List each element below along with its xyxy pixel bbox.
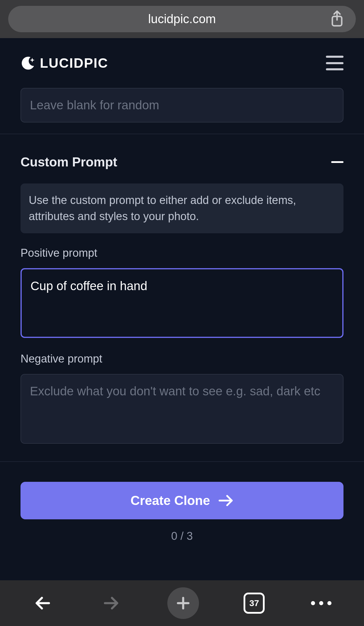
new-tab-button[interactable]: [167, 587, 199, 619]
create-clone-button[interactable]: Create Clone: [21, 482, 343, 519]
back-button[interactable]: [31, 591, 55, 615]
forward-button[interactable]: [99, 591, 123, 615]
generation-counter: 0 / 3: [21, 530, 343, 542]
hamburger-menu-button[interactable]: [326, 56, 343, 70]
positive-prompt-label: Positive prompt: [21, 247, 343, 259]
moon-icon: [21, 55, 36, 71]
menu-icon-bar: [326, 56, 343, 58]
content-area: Custom Prompt Use the custom prompt to e…: [0, 88, 364, 542]
help-text: Use the custom prompt to either add or e…: [21, 183, 343, 233]
url-text: lucidpic.com: [148, 12, 216, 26]
divider: [0, 461, 364, 462]
random-input[interactable]: [21, 88, 343, 123]
share-button[interactable]: [330, 11, 344, 27]
menu-icon-bar: [326, 68, 343, 70]
negative-prompt-input[interactable]: [21, 374, 343, 444]
brand-name: LUCIDPIC: [40, 55, 108, 71]
app-header: LUCIDPIC: [0, 38, 364, 88]
brand-logo[interactable]: LUCIDPIC: [21, 55, 108, 71]
menu-icon-bar: [326, 62, 343, 64]
divider: [0, 134, 364, 134]
arrow-left-icon: [35, 595, 51, 611]
more-button[interactable]: [309, 591, 333, 615]
share-icon: [330, 11, 344, 28]
custom-prompt-header[interactable]: Custom Prompt: [21, 155, 343, 169]
browser-address-area: lucidpic.com: [0, 0, 364, 38]
positive-prompt-input[interactable]: [21, 268, 343, 338]
tab-count: 37: [249, 598, 259, 608]
tabs-button[interactable]: 37: [244, 593, 265, 614]
address-bar[interactable]: lucidpic.com: [8, 6, 356, 32]
more-icon: [311, 601, 331, 605]
negative-prompt-label: Negative prompt: [21, 353, 343, 365]
arrow-right-icon: [218, 494, 234, 507]
arrow-right-icon: [103, 595, 119, 611]
browser-bottom-toolbar: 37: [0, 580, 364, 626]
create-clone-label: Create Clone: [130, 493, 210, 508]
collapse-icon: [331, 161, 343, 163]
section-title: Custom Prompt: [21, 155, 117, 169]
plus-icon: [175, 595, 191, 611]
